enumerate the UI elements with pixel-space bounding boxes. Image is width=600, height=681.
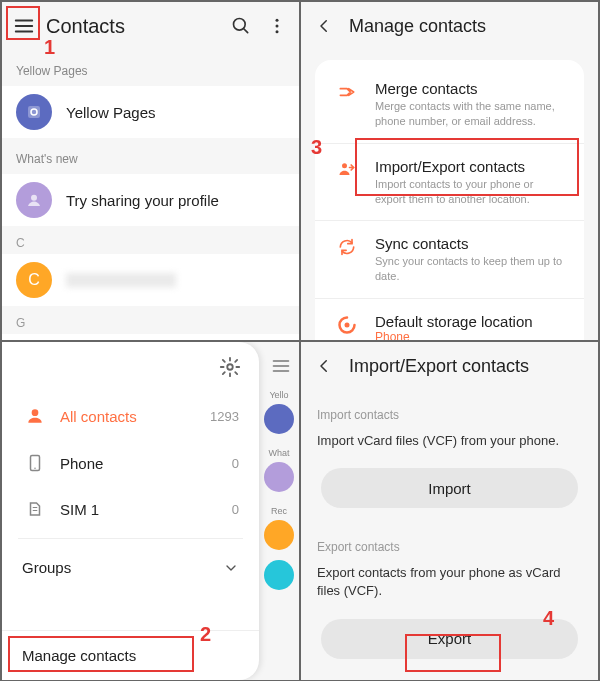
contact-row-g[interactable]: G (2, 334, 299, 341)
storage-icon (333, 313, 361, 341)
import-export-title: Import/Export contacts (375, 158, 566, 175)
chevron-down-icon (223, 560, 239, 576)
bg-avatar (264, 560, 294, 590)
svg-point-6 (31, 195, 37, 201)
svg-rect-4 (28, 106, 40, 118)
contacts-header: Contacts (2, 2, 299, 50)
import-button-label: Import (428, 480, 471, 497)
row-sync[interactable]: Sync contacts Sync your contacts to keep… (315, 220, 584, 298)
svg-point-8 (345, 323, 350, 328)
phone-label: Phone (60, 455, 232, 472)
bg-label: Rec (271, 506, 287, 516)
svg-point-2 (276, 25, 279, 28)
phone-icon (22, 454, 48, 472)
export-description: Export contacts from your phone as vCard… (301, 560, 598, 612)
storage-title: Default storage location (375, 313, 566, 330)
yellowpages-icon (16, 94, 52, 130)
bg-label: What (268, 448, 289, 458)
person-icon (22, 406, 48, 426)
bg-avatar (264, 520, 294, 550)
export-section-label: Export contacts (301, 522, 598, 560)
nav-drawer: All contacts 1293 Phone 0 SIM 1 0 Groups (2, 342, 259, 680)
manage-contacts-label: Manage contacts (22, 647, 136, 664)
all-contacts-label: All contacts (60, 408, 210, 425)
contact-row-c[interactable]: C (2, 254, 299, 306)
storage-value: Phone (375, 330, 566, 341)
merge-desc: Merge contacts with the same name, phone… (375, 99, 566, 129)
all-contacts-count: 1293 (210, 409, 239, 424)
drawer-phone[interactable]: Phone 0 (2, 440, 259, 486)
import-export-title: Import/Export contacts (349, 356, 529, 377)
export-button-label: Export (428, 630, 471, 647)
bg-label: Yello (269, 390, 288, 400)
hamburger-icon-bg (271, 356, 291, 376)
row-default-storage[interactable]: Default storage location Phone (315, 298, 584, 341)
sync-icon (333, 235, 361, 284)
sim-label: SIM 1 (60, 501, 232, 518)
bg-avatar (264, 404, 294, 434)
svg-point-3 (276, 30, 279, 33)
import-section-label: Import contacts (301, 390, 598, 428)
pane-drawer: Yello What Rec All contacts 1293 (1, 341, 300, 681)
manage-title: Manage contacts (349, 16, 486, 37)
groups-label: Groups (22, 559, 71, 576)
more-icon[interactable] (265, 14, 289, 38)
import-button[interactable]: Import (321, 468, 578, 508)
sync-desc: Sync your contacts to keep them up to da… (375, 254, 566, 284)
tryshare-label: Try sharing your profile (66, 192, 219, 209)
section-letter-c: C (2, 226, 299, 254)
svg-point-9 (227, 364, 233, 370)
svg-point-7 (342, 163, 347, 168)
drawer-manage-contacts[interactable]: Manage contacts (2, 630, 259, 680)
row-import-export[interactable]: Import/Export contacts Import contacts t… (315, 143, 584, 221)
svg-point-10 (32, 409, 39, 416)
section-whatsnew: What's new (2, 138, 299, 174)
item-yellowpages[interactable]: Yellow Pages (2, 86, 299, 138)
back-icon[interactable] (315, 357, 337, 375)
import-export-desc: Import contacts to your phone or export … (375, 177, 566, 207)
section-yellowpages: Yellow Pages (2, 50, 299, 86)
manage-header: Manage contacts (301, 2, 598, 50)
pane-manage-contacts: Manage contacts Merge contacts Merge con… (300, 1, 599, 341)
avatar: C (16, 262, 52, 298)
section-letter-g: G (2, 306, 299, 334)
import-export-icon (333, 158, 361, 207)
export-button[interactable]: Export (321, 619, 578, 659)
phone-count: 0 (232, 456, 239, 471)
pane-contacts-list: Contacts Yellow Pages Yellow Pages What'… (1, 1, 300, 341)
contact-name-blurred (66, 273, 176, 287)
manage-card: Merge contacts Merge contacts with the s… (315, 60, 584, 341)
merge-title: Merge contacts (375, 80, 566, 97)
sync-title: Sync contacts (375, 235, 566, 252)
pane-import-export: Import/Export contacts Import contacts I… (300, 341, 599, 681)
gear-icon[interactable] (219, 356, 241, 378)
drawer-groups[interactable]: Groups (2, 545, 259, 590)
back-icon[interactable] (315, 17, 337, 35)
sim-count: 0 (232, 502, 239, 517)
search-icon[interactable] (229, 14, 253, 38)
bg-avatar (264, 462, 294, 492)
drawer-sim1[interactable]: SIM 1 0 (2, 486, 259, 532)
row-merge[interactable]: Merge contacts Merge contacts with the s… (315, 66, 584, 143)
item-tryshare[interactable]: Try sharing your profile (2, 174, 299, 226)
profile-icon (16, 182, 52, 218)
sim-icon (22, 500, 48, 518)
merge-icon (333, 80, 361, 129)
contacts-title: Contacts (46, 15, 229, 38)
drawer-all-contacts[interactable]: All contacts 1293 (2, 392, 259, 440)
hamburger-icon[interactable] (12, 14, 36, 38)
import-export-header: Import/Export contacts (301, 342, 598, 390)
svg-point-1 (276, 19, 279, 22)
svg-point-12 (34, 468, 36, 470)
yellowpages-label: Yellow Pages (66, 104, 156, 121)
import-description: Import vCard files (VCF) from your phone… (301, 428, 598, 462)
